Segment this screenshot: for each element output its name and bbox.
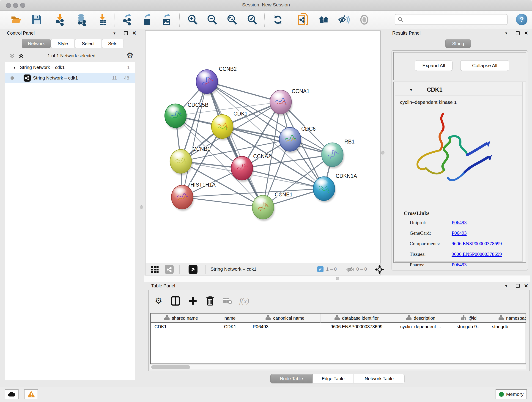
search-box[interactable] bbox=[395, 14, 507, 25]
network-edge[interactable] bbox=[207, 82, 263, 207]
delete-column-icon[interactable] bbox=[204, 295, 216, 307]
tab-node-table[interactable]: Node Table bbox=[270, 374, 312, 383]
tab-network-table[interactable]: Network Table bbox=[354, 374, 405, 383]
zoom-out-icon[interactable] bbox=[206, 14, 218, 26]
gene-collapse-icon[interactable]: ▼ bbox=[409, 88, 413, 92]
import-network-file-icon[interactable] bbox=[54, 14, 66, 26]
save-session-icon[interactable] bbox=[31, 14, 43, 26]
crosslink-link[interactable]: P06493 bbox=[452, 220, 467, 225]
memory-button[interactable]: Memory bbox=[496, 389, 527, 399]
delete-table-icon[interactable] bbox=[222, 295, 234, 307]
tree-expander-icon[interactable]: ▼ bbox=[13, 65, 16, 70]
tab-edge-table[interactable]: Edge Table bbox=[312, 374, 354, 383]
column-header-database-identifier[interactable]: database identifier bbox=[321, 313, 392, 323]
zoom-fit-icon[interactable] bbox=[226, 14, 238, 26]
hide-selected-icon[interactable] bbox=[338, 14, 350, 26]
column-header-namespace[interactable]: namespace bbox=[488, 313, 526, 323]
cloud-button[interactable] bbox=[5, 389, 19, 399]
network-edge[interactable] bbox=[182, 82, 207, 197]
tab-network[interactable]: Network bbox=[22, 39, 51, 48]
control-panel-float-icon[interactable] bbox=[124, 31, 128, 35]
tab-style[interactable]: Style bbox=[51, 39, 75, 48]
show-grayed-icon[interactable] bbox=[358, 14, 370, 26]
table-panel-float-icon[interactable] bbox=[516, 284, 520, 288]
zoom-in-icon[interactable] bbox=[186, 14, 198, 26]
expand-all-button[interactable]: Expand All bbox=[415, 60, 452, 71]
results-panel-float-icon[interactable] bbox=[516, 31, 520, 35]
birdseye-view-icon[interactable] bbox=[189, 265, 197, 274]
warning-button[interactable] bbox=[24, 389, 38, 399]
crosslink-link[interactable]: P06493 bbox=[452, 230, 467, 236]
grid-view-icon[interactable] bbox=[151, 265, 159, 275]
refresh-view-icon[interactable] bbox=[272, 14, 284, 26]
crosslink-link[interactable]: 9606.ENSP00000378699 bbox=[452, 251, 502, 257]
network-node-cdc25b[interactable]: CDC25B bbox=[165, 102, 209, 129]
share-document-icon[interactable] bbox=[298, 14, 309, 26]
show-columns-icon[interactable] bbox=[170, 295, 181, 307]
import-table-icon[interactable] bbox=[97, 14, 109, 26]
table-options-gear-icon[interactable]: ⚙ bbox=[152, 295, 165, 307]
table-cell[interactable]: P06493 bbox=[249, 324, 321, 329]
table-cell[interactable]: CDK1 bbox=[211, 324, 249, 329]
table-horizontal-scrollbar[interactable] bbox=[150, 365, 526, 370]
tab-string[interactable]: String bbox=[445, 39, 471, 48]
crosslink-link[interactable]: P06493 bbox=[452, 262, 467, 268]
column-header-name[interactable]: name bbox=[211, 313, 249, 323]
table-cell[interactable]: stringdb:9... bbox=[449, 324, 488, 329]
table-panel-menu-icon[interactable]: ▾ bbox=[505, 283, 507, 288]
network-share-icon[interactable] bbox=[165, 265, 174, 274]
open-session-icon[interactable] bbox=[10, 14, 22, 26]
column-header-shared-name[interactable]: shared name bbox=[151, 313, 211, 323]
table-cell[interactable]: CDK1 bbox=[151, 324, 211, 329]
network-node-ccna1[interactable]: CCNA1 bbox=[270, 88, 310, 116]
right-splitter-grip[interactable] bbox=[381, 151, 385, 154]
zoom-selected-icon[interactable] bbox=[246, 14, 258, 26]
results-panel-menu-icon[interactable]: ▾ bbox=[505, 31, 507, 36]
table-cell[interactable]: cyclin–dependent ... bbox=[392, 324, 449, 329]
network-options-gear-icon[interactable]: ⚙ bbox=[127, 51, 133, 60]
column-header-canonical-name[interactable]: canonical name bbox=[249, 313, 321, 323]
network-edge[interactable] bbox=[182, 197, 263, 207]
export-network-icon[interactable] bbox=[121, 14, 133, 26]
control-panel-menu-icon[interactable]: ▾ bbox=[114, 31, 115, 36]
network-node-ccnb2[interactable]: CCNB2 bbox=[196, 66, 237, 95]
column-header-description[interactable]: description bbox=[392, 313, 449, 323]
network-graph[interactable]: CCNB2CCNA1CDC25BCDK1CDC6RB1CCNB1CCNA2CDK… bbox=[146, 31, 380, 263]
collapse-all-button[interactable]: Collapse All bbox=[460, 60, 509, 71]
network-node-cdkn1a[interactable]: CDKN1A bbox=[313, 173, 357, 202]
tab-select[interactable]: Select bbox=[75, 39, 102, 48]
hidden-eye-icon[interactable] bbox=[346, 266, 355, 274]
network-node-ccnb1[interactable]: CCNB1 bbox=[170, 146, 210, 175]
protein-structure-image[interactable] bbox=[408, 109, 495, 191]
network-node-rb1[interactable]: RB1 bbox=[322, 139, 355, 168]
fit-content-crosshair-icon[interactable] bbox=[375, 265, 384, 275]
search-input[interactable] bbox=[403, 17, 502, 22]
import-network-database-icon[interactable] bbox=[76, 14, 88, 26]
results-scrollbar[interactable] bbox=[522, 82, 525, 262]
export-table-icon[interactable] bbox=[141, 14, 153, 26]
network-home-icon[interactable] bbox=[318, 14, 330, 26]
network-canvas[interactable]: CCNB2CCNA1CDC25BCDK1CDC6RB1CCNB1CCNA2CDK… bbox=[145, 31, 380, 263]
table-panel-close-icon[interactable]: ✕ bbox=[524, 283, 528, 289]
tab-sets[interactable]: Sets bbox=[102, 39, 124, 48]
function-builder-icon[interactable]: f(x) bbox=[238, 295, 250, 307]
bottom-splitter-grip[interactable] bbox=[336, 277, 339, 280]
selected-checkbox-icon[interactable]: ✓ bbox=[317, 266, 323, 272]
network-collection-row[interactable]: ▼ String Network – cdk1 1 bbox=[5, 62, 135, 73]
export-image-icon[interactable] bbox=[161, 14, 172, 26]
network-node-hist1h1a[interactable]: HIST1H1A bbox=[171, 182, 216, 211]
expand-all-icon[interactable] bbox=[18, 53, 24, 60]
control-panel-close-icon[interactable]: ✕ bbox=[132, 30, 136, 36]
network-row-selected[interactable]: String Network – cdk1 11 48 bbox=[5, 73, 135, 83]
collapse-all-icon[interactable] bbox=[9, 53, 15, 60]
table-cell[interactable]: 9606.ENSP00000378699 bbox=[321, 324, 392, 329]
crosslink-link[interactable]: 9606.ENSP00000378699 bbox=[452, 241, 502, 247]
left-splitter-grip[interactable] bbox=[140, 205, 143, 209]
network-node-cdk1[interactable]: CDK1 bbox=[211, 111, 247, 140]
table-cell[interactable]: stringdb bbox=[488, 324, 526, 329]
results-panel-close-icon[interactable]: ✕ bbox=[524, 30, 528, 36]
add-column-icon[interactable] bbox=[187, 295, 199, 307]
column-header--id[interactable]: @id bbox=[449, 313, 488, 323]
scrollbar-thumb[interactable] bbox=[151, 365, 190, 369]
help-button[interactable]: ? bbox=[516, 14, 527, 25]
